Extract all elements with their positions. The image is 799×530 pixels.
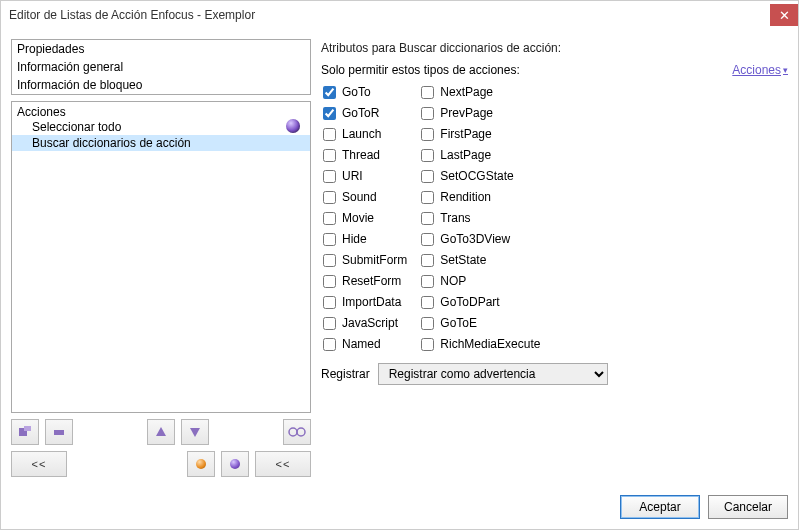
checkbox-label: SetOCGState bbox=[440, 169, 513, 183]
checkbox-input[interactable] bbox=[323, 170, 336, 183]
list-item[interactable]: Información general bbox=[12, 58, 310, 76]
action-item-selected[interactable]: Buscar diccionarios de acción bbox=[12, 135, 310, 151]
checkbox-input[interactable] bbox=[323, 338, 336, 351]
svg-point-5 bbox=[289, 428, 297, 436]
checkbox-grid: GoToGoToRLaunchThreadURISoundMovieHideSu… bbox=[321, 85, 788, 351]
list-item[interactable]: Información de bloqueo bbox=[12, 76, 310, 94]
close-button[interactable]: ✕ bbox=[770, 4, 798, 26]
remove-button[interactable] bbox=[45, 419, 73, 445]
checkbox-resetform[interactable]: ResetForm bbox=[323, 274, 407, 288]
checkbox-gotodpart[interactable]: GoToDPart bbox=[421, 295, 540, 309]
checkbox-movie[interactable]: Movie bbox=[323, 211, 407, 225]
checkbox-nop[interactable]: NOP bbox=[421, 274, 540, 288]
left-toolrows: << << bbox=[11, 419, 311, 477]
action-item[interactable]: Seleccionar todo bbox=[12, 119, 310, 135]
checkbox-input[interactable] bbox=[323, 233, 336, 246]
checkbox-importdata[interactable]: ImportData bbox=[323, 295, 407, 309]
cancel-button[interactable]: Cancelar bbox=[708, 495, 788, 519]
checkbox-input[interactable] bbox=[323, 317, 336, 330]
prev-button[interactable]: << bbox=[11, 451, 67, 477]
checkbox-input[interactable] bbox=[421, 275, 434, 288]
checkbox-trans[interactable]: Trans bbox=[421, 211, 540, 225]
checkbox-thread[interactable]: Thread bbox=[323, 148, 407, 162]
checkbox-input[interactable] bbox=[421, 212, 434, 225]
svg-marker-4 bbox=[190, 428, 200, 437]
checkbox-label: ResetForm bbox=[342, 274, 401, 288]
checkbox-input[interactable] bbox=[421, 128, 434, 141]
checkbox-input[interactable] bbox=[323, 296, 336, 309]
checkbox-input[interactable] bbox=[323, 86, 336, 99]
record-button[interactable] bbox=[187, 451, 215, 477]
checkbox-named[interactable]: Named bbox=[323, 337, 407, 351]
checkbox-input[interactable] bbox=[421, 191, 434, 204]
checkbox-label: LastPage bbox=[440, 148, 491, 162]
window-title: Editor de Listas de Acción Enfocus - Exe… bbox=[9, 8, 770, 22]
checkbox-label: NextPage bbox=[440, 85, 493, 99]
move-down-button[interactable] bbox=[181, 419, 209, 445]
checkbox-rendition[interactable]: Rendition bbox=[421, 190, 540, 204]
checkbox-uri[interactable]: URI bbox=[323, 169, 407, 183]
checkbox-label: GoTo3DView bbox=[440, 232, 510, 246]
ok-button[interactable]: Aceptar bbox=[620, 495, 700, 519]
checkbox-input[interactable] bbox=[421, 149, 434, 162]
arrow-up-icon bbox=[155, 426, 167, 438]
svg-point-6 bbox=[297, 428, 305, 436]
checkbox-sound[interactable]: Sound bbox=[323, 190, 407, 204]
checkbox-input[interactable] bbox=[421, 338, 434, 351]
checkbox-label: URI bbox=[342, 169, 363, 183]
checkbox-goto[interactable]: GoTo bbox=[323, 85, 407, 99]
checkbox-input[interactable] bbox=[323, 212, 336, 225]
move-up-button[interactable] bbox=[147, 419, 175, 445]
checkbox-label: Hide bbox=[342, 232, 367, 246]
marker-icon bbox=[230, 459, 240, 469]
checkbox-input[interactable] bbox=[323, 254, 336, 267]
register-select[interactable]: Registrar como advertencia bbox=[378, 363, 608, 385]
list-item[interactable]: Propiedades bbox=[12, 40, 310, 58]
checkbox-input[interactable] bbox=[323, 107, 336, 120]
checkbox-input[interactable] bbox=[323, 191, 336, 204]
checkbox-input[interactable] bbox=[323, 149, 336, 162]
checkbox-hide[interactable]: Hide bbox=[323, 232, 407, 246]
properties-list[interactable]: Propiedades Información general Informac… bbox=[11, 39, 311, 95]
checkbox-input[interactable] bbox=[421, 296, 434, 309]
checkbox-gotoe[interactable]: GoToE bbox=[421, 316, 540, 330]
register-label: Registrar bbox=[321, 367, 370, 381]
actions-list[interactable]: Acciones Seleccionar todo Buscar diccion… bbox=[11, 101, 311, 413]
checkbox-goto3dview[interactable]: GoTo3DView bbox=[421, 232, 540, 246]
checkbox-setstate[interactable]: SetState bbox=[421, 253, 540, 267]
svg-rect-1 bbox=[24, 426, 31, 431]
checkbox-richmediaexecute[interactable]: RichMediaExecute bbox=[421, 337, 540, 351]
close-icon: ✕ bbox=[779, 9, 790, 22]
next-button[interactable]: << bbox=[255, 451, 311, 477]
actions-header: Acciones bbox=[12, 102, 310, 119]
add-button[interactable] bbox=[11, 419, 39, 445]
checkbox-nextpage[interactable]: NextPage bbox=[421, 85, 540, 99]
checkbox-input[interactable] bbox=[323, 128, 336, 141]
marker-button[interactable] bbox=[221, 451, 249, 477]
actions-link[interactable]: Acciones▾ bbox=[732, 63, 788, 77]
checkbox-input[interactable] bbox=[421, 86, 434, 99]
checkbox-label: Rendition bbox=[440, 190, 491, 204]
checkbox-label: Launch bbox=[342, 127, 381, 141]
chevron-down-icon: ▾ bbox=[783, 65, 788, 75]
inspect-button[interactable] bbox=[283, 419, 311, 445]
svg-marker-3 bbox=[156, 427, 166, 436]
checkbox-input[interactable] bbox=[421, 254, 434, 267]
checkbox-setocgstate[interactable]: SetOCGState bbox=[421, 169, 540, 183]
checkbox-input[interactable] bbox=[421, 317, 434, 330]
record-icon bbox=[196, 459, 206, 469]
checkbox-label: Sound bbox=[342, 190, 377, 204]
checkbox-firstpage[interactable]: FirstPage bbox=[421, 127, 540, 141]
checkbox-javascript[interactable]: JavaScript bbox=[323, 316, 407, 330]
checkbox-submitform[interactable]: SubmitForm bbox=[323, 253, 407, 267]
checkbox-input[interactable] bbox=[421, 107, 434, 120]
checkbox-launch[interactable]: Launch bbox=[323, 127, 407, 141]
checkbox-input[interactable] bbox=[421, 170, 434, 183]
checkbox-gotor[interactable]: GoToR bbox=[323, 106, 407, 120]
arrow-down-icon bbox=[189, 426, 201, 438]
checkbox-lastpage[interactable]: LastPage bbox=[421, 148, 540, 162]
checkbox-label: RichMediaExecute bbox=[440, 337, 540, 351]
checkbox-input[interactable] bbox=[323, 275, 336, 288]
checkbox-prevpage[interactable]: PrevPage bbox=[421, 106, 540, 120]
checkbox-input[interactable] bbox=[421, 233, 434, 246]
